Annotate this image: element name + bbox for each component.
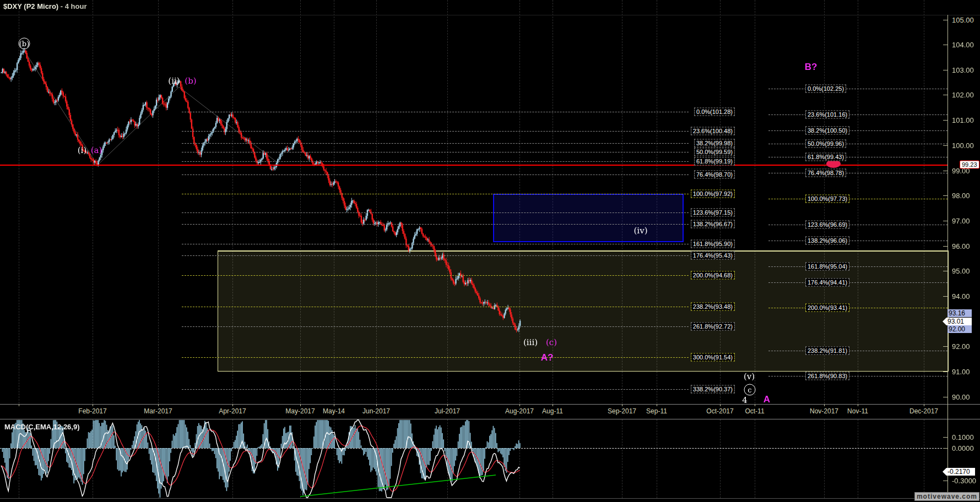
fib-extension-left-line	[182, 152, 689, 152]
time-axis-tick	[93, 404, 93, 406]
macd-axis-label: -0.3000	[952, 477, 976, 485]
macd-axis-label: 0.1000	[952, 433, 974, 441]
fib-extension-left-label[interactable]: 200.0%(94.68)	[691, 271, 735, 280]
bar-low-price-label: 92.00	[947, 325, 972, 333]
fib-extension-right-line	[768, 351, 947, 351]
fib-extension-left-label[interactable]: 38.2%(99.98)	[694, 139, 735, 148]
price-axis-label: 98.00	[952, 192, 970, 200]
price-axis-label: 90.00	[952, 393, 970, 401]
wave-label-4[interactable]: 4	[742, 395, 748, 405]
fib-extension-left-line	[182, 161, 689, 162]
fib-extension-right-label[interactable]: 238.2%(91.81)	[805, 347, 849, 355]
fib-extension-right-label[interactable]: 76.4%(98.78)	[805, 169, 846, 177]
wave-label-b[interactable]: (b)	[19, 38, 30, 50]
fib-extension-left-line	[182, 244, 689, 244]
time-axis-tick	[553, 404, 553, 406]
time-axis-label: May-14	[323, 407, 345, 415]
fib-extension-left-label[interactable]: 176.4%(95.43)	[691, 252, 735, 260]
time-axis-tick	[519, 404, 520, 406]
motivewave-watermark: motivewave.com	[914, 492, 979, 501]
wave-label-a[interactable]: A	[764, 394, 770, 405]
price-axis-label: 97.00	[952, 217, 970, 225]
price-axis-tick	[943, 120, 947, 121]
fib-extension-right-line	[768, 376, 947, 376]
time-axis-label: Nov-2017	[810, 407, 838, 415]
price-axis-tick	[943, 70, 947, 70]
time-axis-label: Sep-11	[646, 407, 667, 415]
wave-label-b[interactable]: (b)	[185, 76, 196, 86]
fib-extension-left-label[interactable]: 261.8%(92.72)	[691, 323, 735, 331]
horizontal-price-line-99-23[interactable]	[0, 165, 947, 166]
fib-extension-left-label[interactable]: 138.2%(96.67)	[691, 220, 735, 228]
wave-label-a[interactable]: A?	[541, 352, 554, 363]
fib-extension-right-line	[768, 266, 947, 267]
fib-extension-left-label[interactable]: 76.4%(98.70)	[694, 171, 735, 179]
fib-extension-right-label[interactable]: 176.4%(94.41)	[805, 279, 849, 287]
wave-label-a[interactable]: (a)	[91, 145, 102, 155]
price-axis-tick	[943, 246, 947, 247]
wave-label-iv[interactable]: (iv)	[634, 226, 648, 236]
fib-extension-right-label[interactable]: 261.8%(90.83)	[805, 372, 849, 380]
price-axis-tick	[943, 346, 947, 347]
price-axis-label: 103.00	[952, 66, 974, 74]
fib-extension-right-label[interactable]: 38.2%(100.50)	[805, 127, 849, 135]
fib-extension-left-label[interactable]: 300.0%(91.54)	[691, 353, 735, 362]
plan-label: (P2 Micro)	[24, 2, 58, 10]
fib-extension-left-line	[182, 326, 689, 327]
fib-extension-left-label[interactable]: 50.0%(99.59)	[694, 148, 735, 156]
fib-extension-right-line	[768, 225, 947, 225]
macd-indicator-title: MACD(C,EMA,12,26,9)	[4, 423, 80, 431]
fib-extension-left-line	[182, 112, 689, 112]
fib-extension-left-label[interactable]: 338.2%(90.37)	[691, 385, 735, 394]
fib-extension-left-label[interactable]: 100.0%(97.92)	[691, 190, 735, 198]
price-axis-tick	[943, 372, 947, 372]
fib-extension-left-label[interactable]: 23.6%(100.48)	[691, 127, 735, 135]
price-axis-tick	[943, 145, 947, 146]
time-axis-tick	[924, 404, 924, 406]
fib-extension-right-line	[768, 241, 947, 241]
wave-label-i[interactable]: (i)	[78, 145, 87, 155]
macd-indicator-canvas[interactable]	[0, 419, 947, 499]
fib-extension-left-label[interactable]: 123.6%(97.15)	[691, 209, 735, 217]
fib-extension-right-label[interactable]: 50.0%(99.96)	[805, 140, 846, 148]
time-axis-tick	[622, 404, 622, 406]
price-axis-label: 104.00	[952, 41, 974, 49]
wave-label-v[interactable]: (v)	[744, 372, 755, 381]
wave-label-c[interactable]: c	[744, 384, 756, 396]
macd-axis-tick	[943, 448, 947, 449]
fib-extension-left-label[interactable]: 161.8%(95.90)	[691, 240, 735, 248]
time-axis-bottom-border	[0, 419, 980, 419]
time-axis-label: May-2017	[285, 407, 315, 415]
wave-label-iii[interactable]: (iii)	[523, 337, 538, 347]
fib-extension-right-label[interactable]: 138.2%(96.06)	[805, 237, 849, 245]
fib-extension-right-label[interactable]: 0.0%(102.25)	[805, 85, 846, 93]
price-axis-label: 95.00	[952, 267, 970, 275]
time-axis-tick	[720, 404, 721, 406]
fib-extension-left-line	[182, 224, 689, 225]
macd-bottom-border	[0, 498, 980, 499]
fib-extension-right-label[interactable]: 161.8%(95.04)	[805, 263, 849, 271]
price-axis-border	[947, 15, 948, 498]
wave-label-ii[interactable]: (ii)	[168, 76, 180, 86]
fib-extension-right-label[interactable]: 61.8%(99.43)	[805, 153, 846, 161]
fib-extension-left-label[interactable]: 238.2%(93.48)	[691, 303, 735, 311]
fib-extension-right-label[interactable]: 100.0%(97.73)	[805, 195, 849, 203]
wave-label-b[interactable]: B?	[805, 62, 817, 73]
fib-extension-left-label[interactable]: 0.0%(101.28)	[694, 108, 735, 116]
fib-extension-right-label[interactable]: 200.0%(93.41)	[805, 304, 849, 312]
fib-extension-right-label[interactable]: 23.6%(101.16)	[805, 111, 849, 119]
time-axis-tick	[657, 404, 657, 406]
price-axis-tick	[943, 95, 947, 95]
price-axis-tick	[943, 397, 947, 397]
time-axis-label: Oct-11	[745, 407, 764, 415]
fib-extension-left-label[interactable]: 61.8%(99.19)	[694, 157, 735, 166]
time-axis-label: Oct-2017	[706, 407, 733, 415]
time-axis-top-border	[0, 404, 980, 405]
fib-extension-left-line	[182, 194, 689, 194]
fib-extension-right-label[interactable]: 123.6%(96.69)	[805, 221, 849, 229]
time-axis-label: Jun-2017	[362, 407, 390, 415]
price-axis-label: 105.00	[952, 16, 974, 24]
fib-extension-right-line	[768, 199, 947, 199]
wave-label-c[interactable]: (c)	[546, 337, 557, 347]
fib-extension-right-line	[768, 130, 947, 131]
